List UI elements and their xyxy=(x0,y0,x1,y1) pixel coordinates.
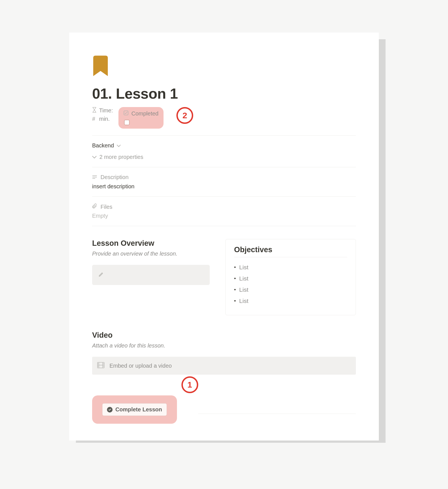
lesson-overview-heading: Lesson Overview xyxy=(92,239,210,248)
objectives-list: List List List List xyxy=(234,262,347,307)
pencil-icon xyxy=(98,272,104,278)
complete-lesson-button[interactable]: Complete Lesson xyxy=(102,403,167,416)
files-empty[interactable]: Empty xyxy=(92,213,356,219)
completed-highlight: Completed xyxy=(118,107,164,129)
hash-icon: # xyxy=(92,116,97,122)
completed-checkbox[interactable] xyxy=(124,120,130,125)
completed-label: Completed xyxy=(131,110,158,117)
video-embed-block[interactable]: Embed or upload a video xyxy=(92,357,356,375)
description-property[interactable]: Description xyxy=(92,174,356,180)
check-circle-icon xyxy=(107,407,113,412)
annotation-badge-1: 1 xyxy=(181,376,198,393)
divider xyxy=(92,226,356,226)
more-properties-toggle[interactable]: 2 more properties xyxy=(92,154,356,160)
completed-property[interactable]: Completed xyxy=(123,110,158,117)
properties-row: Time: # min. Completed 2 xyxy=(92,107,356,129)
more-properties-text: 2 more properties xyxy=(99,154,143,160)
page-title: 01. Lesson 1 xyxy=(92,85,356,102)
list-item-text: List xyxy=(239,275,248,282)
hourglass-icon xyxy=(92,107,97,114)
objectives-callout: Objectives List List List List xyxy=(225,239,356,315)
lesson-overview-subtitle: Provide an overview of the lesson. xyxy=(92,251,210,257)
video-subtitle: Attach a video for this lesson. xyxy=(92,342,356,349)
backend-relation[interactable]: Backend xyxy=(92,142,356,149)
checkbox-done-icon xyxy=(123,110,129,117)
annotation-number-1: 1 xyxy=(187,380,192,390)
time-label: Time: xyxy=(99,107,113,114)
annotation-number-2: 2 xyxy=(183,111,187,120)
files-property[interactable]: Files xyxy=(92,203,356,210)
complete-lesson-highlight: Complete Lesson xyxy=(92,395,177,424)
lesson-overview-column: Lesson Overview Provide an overview of t… xyxy=(92,239,210,315)
description-label: Description xyxy=(101,174,129,180)
list-item-text: List xyxy=(239,298,248,304)
overview-quote-block[interactable] xyxy=(92,265,210,285)
divider xyxy=(92,167,356,167)
time-property[interactable]: Time: # min. xyxy=(92,107,113,122)
divider xyxy=(92,135,356,136)
list-item[interactable]: List xyxy=(234,273,347,284)
list-item[interactable]: List xyxy=(234,262,347,273)
text-icon xyxy=(92,174,98,180)
divider xyxy=(234,257,347,257)
min-label: min. xyxy=(99,116,110,122)
video-placeholder-text: Embed or upload a video xyxy=(109,363,172,369)
chevron-down-icon xyxy=(92,154,97,160)
complete-lesson-label: Complete Lesson xyxy=(115,406,162,413)
list-item-text: List xyxy=(239,264,248,271)
description-text[interactable]: insert description xyxy=(92,183,356,190)
paperclip-icon xyxy=(92,203,98,210)
page: 01. Lesson 1 Time: # min. xyxy=(69,33,379,441)
list-item[interactable]: List xyxy=(234,295,347,307)
chevron-down-icon xyxy=(117,142,121,149)
divider xyxy=(92,196,356,197)
film-icon xyxy=(97,362,104,370)
video-heading: Video xyxy=(92,331,356,340)
files-label: Files xyxy=(101,204,112,210)
annotation-badge-2: 2 xyxy=(176,107,193,124)
list-item[interactable]: List xyxy=(234,284,347,295)
bookmark-icon xyxy=(93,55,109,78)
video-section: Video Attach a video for this lesson. Em… xyxy=(92,331,356,375)
objectives-heading: Objectives xyxy=(234,245,347,254)
divider xyxy=(198,414,356,414)
list-item-text: List xyxy=(239,286,248,293)
backend-label: Backend xyxy=(92,142,114,149)
